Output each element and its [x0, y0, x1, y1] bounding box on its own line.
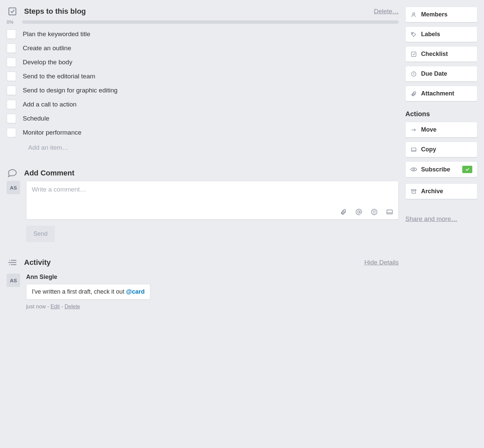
svg-point-12 — [413, 13, 415, 15]
members-label: Members — [421, 11, 448, 18]
svg-rect-0 — [9, 8, 16, 15]
copy-icon — [410, 147, 417, 152]
checklist-item[interactable]: Plan the keyworded title — [7, 29, 399, 39]
archive-label: Archive — [421, 188, 443, 195]
activity-title: Activity — [24, 258, 358, 267]
activity-author: Ann Siegle — [26, 274, 399, 281]
comment-title: Add Comment — [24, 169, 399, 177]
checklist-item[interactable]: Schedule — [7, 114, 399, 123]
checkbox[interactable] — [7, 44, 16, 53]
checklist-item-label: Plan the keyworded title — [23, 30, 90, 38]
activity-entry: AS Ann Siegle I've written a first draft… — [7, 274, 399, 310]
send-button[interactable]: Send — [26, 226, 55, 242]
checklist-item[interactable]: Send to design for graphic editing — [7, 86, 399, 95]
activity-comment-bubble: I've written a first draft, check it out… — [26, 284, 150, 300]
comment-input[interactable] — [26, 181, 398, 205]
labels-icon — [410, 31, 417, 38]
delete-link[interactable]: Delete — [65, 304, 80, 309]
archive-button[interactable]: Archive — [405, 183, 477, 199]
checklist-delete-link[interactable]: Delete… — [374, 8, 399, 15]
checkbox[interactable] — [7, 86, 16, 95]
attachment-icon[interactable] — [340, 209, 347, 215]
checklist-item[interactable]: Create an outline — [7, 44, 399, 53]
checklist-item-label: Add a call to action — [23, 101, 77, 108]
progress-bar — [22, 20, 399, 24]
avatar: AS — [7, 181, 20, 194]
arrow-right-icon — [410, 128, 417, 132]
svg-point-2 — [372, 209, 377, 215]
checkbox[interactable] — [7, 58, 16, 67]
members-icon — [410, 12, 417, 18]
avatar: AS — [7, 274, 20, 287]
checklist-item[interactable]: Add a call to action — [7, 100, 399, 109]
eye-icon — [410, 167, 417, 172]
checklist-item-label: Create an outline — [23, 45, 71, 52]
checklist-button[interactable]: Checklist — [405, 46, 477, 62]
archive-icon — [410, 189, 417, 195]
labels-label: Labels — [421, 31, 440, 38]
mention-icon[interactable] — [355, 209, 362, 215]
attachment-label: Attachment — [421, 90, 454, 97]
mention-link[interactable]: @card — [126, 288, 145, 295]
attachment-button[interactable]: Attachment — [405, 86, 477, 101]
checklist-label: Checklist — [421, 51, 448, 58]
move-button[interactable]: Move — [405, 122, 477, 138]
move-label: Move — [421, 126, 436, 133]
checklist-item[interactable]: Develop the body — [7, 58, 399, 67]
clock-icon — [410, 71, 417, 77]
checkbox[interactable] — [7, 72, 16, 81]
paperclip-icon — [410, 91, 417, 97]
svg-point-19 — [413, 169, 415, 170]
checklist-item[interactable]: Monitor performance — [7, 128, 399, 137]
checklist-item-label: Send to design for graphic editing — [23, 87, 117, 94]
svg-rect-20 — [411, 190, 416, 191]
checklist-item-label: Schedule — [23, 115, 49, 122]
activity-icon — [7, 259, 18, 266]
labels-button[interactable]: Labels — [405, 26, 477, 42]
subscribe-button[interactable]: Subscribe — [405, 161, 477, 177]
svg-point-4 — [375, 211, 376, 212]
activity-comment-text: I've written a first draft, check it out — [32, 288, 126, 295]
copy-label: Copy — [421, 146, 436, 153]
checklist-item-label: Send to the editorial team — [23, 73, 95, 80]
checkbox[interactable] — [7, 114, 16, 123]
checklist-icon — [7, 7, 18, 16]
checklist-title: Steps to this blog — [24, 7, 368, 16]
checkbox[interactable] — [7, 29, 16, 39]
checklist-side-icon — [410, 51, 417, 57]
checklist-item-label: Monitor performance — [23, 129, 81, 136]
checklist-items: Plan the keyworded title Create an outli… — [7, 29, 399, 137]
progress-percent: 0% — [7, 19, 18, 25]
comment-icon — [7, 169, 18, 177]
due-date-button[interactable]: Due Date — [405, 66, 477, 82]
card-icon[interactable] — [386, 209, 393, 215]
svg-rect-5 — [387, 210, 393, 214]
edit-link[interactable]: Edit — [51, 304, 60, 309]
hide-details-link[interactable]: Hide Details — [365, 259, 399, 266]
comment-box — [26, 181, 399, 220]
due-date-label: Due Date — [421, 70, 447, 77]
svg-rect-17 — [411, 148, 416, 151]
checklist-item[interactable]: Send to the editorial team — [7, 72, 399, 81]
svg-point-3 — [373, 211, 374, 212]
share-and-more-link[interactable]: Share and more… — [405, 215, 457, 223]
activity-time: just now — [26, 304, 46, 309]
checklist-item-label: Develop the body — [23, 59, 72, 66]
svg-point-13 — [412, 33, 413, 33]
checkbox[interactable] — [7, 128, 16, 137]
svg-point-1 — [358, 211, 360, 213]
members-button[interactable]: Members — [405, 7, 477, 22]
subscribe-label: Subscribe — [421, 166, 450, 173]
subscribed-check-icon — [462, 166, 472, 173]
copy-button[interactable]: Copy — [405, 142, 477, 157]
actions-heading: Actions — [405, 110, 477, 118]
checkbox[interactable] — [7, 100, 16, 109]
svg-rect-14 — [411, 52, 416, 57]
emoji-icon[interactable] — [371, 209, 378, 215]
add-checklist-item[interactable]: Add an item… — [28, 142, 399, 153]
